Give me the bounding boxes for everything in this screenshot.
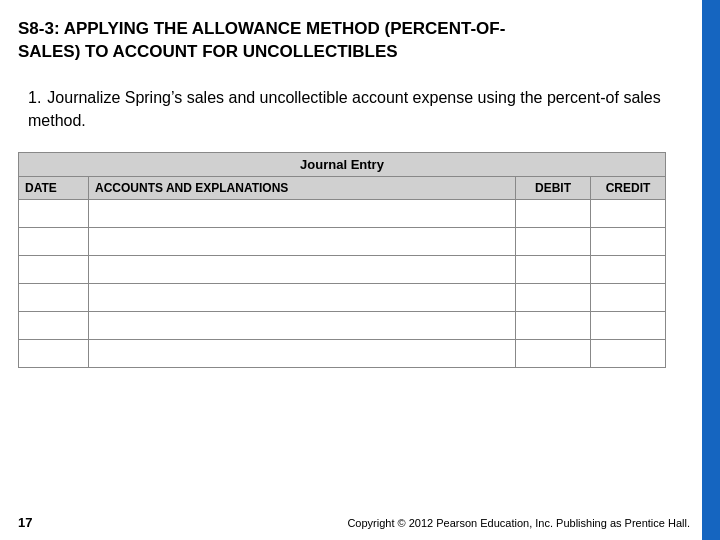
table-row — [19, 340, 666, 368]
main-content: S8-3: APPLYING THE ALLOWANCE METHOD (PER… — [0, 0, 702, 406]
journal-header: Journal Entry — [19, 153, 666, 177]
copyright-text: Copyright © 2012 Pearson Education, Inc.… — [347, 517, 690, 529]
col-header-credit: CREDIT — [591, 177, 666, 200]
blue-sidebar — [702, 0, 720, 540]
table-row — [19, 284, 666, 312]
table-row — [19, 228, 666, 256]
col-header-debit: DEBIT — [516, 177, 591, 200]
journal-entry-label: Journal Entry — [19, 153, 666, 177]
page-number: 17 — [18, 515, 32, 530]
journal-col-headers: DATE ACCOUNTS AND EXPLANATIONS DEBIT CRE… — [19, 177, 666, 200]
footer: 17 Copyright © 2012 Pearson Education, I… — [18, 515, 690, 530]
table-row — [19, 200, 666, 228]
table-row — [19, 312, 666, 340]
col-header-date: DATE — [19, 177, 89, 200]
journal-table: Journal Entry DATE ACCOUNTS AND EXPLANAT… — [18, 152, 666, 368]
table-row — [19, 256, 666, 284]
slide-title: S8-3: APPLYING THE ALLOWANCE METHOD (PER… — [18, 18, 666, 64]
question-text: 1.Journalize Spring’s sales and uncollec… — [28, 86, 666, 132]
col-header-accounts: ACCOUNTS AND EXPLANATIONS — [89, 177, 516, 200]
